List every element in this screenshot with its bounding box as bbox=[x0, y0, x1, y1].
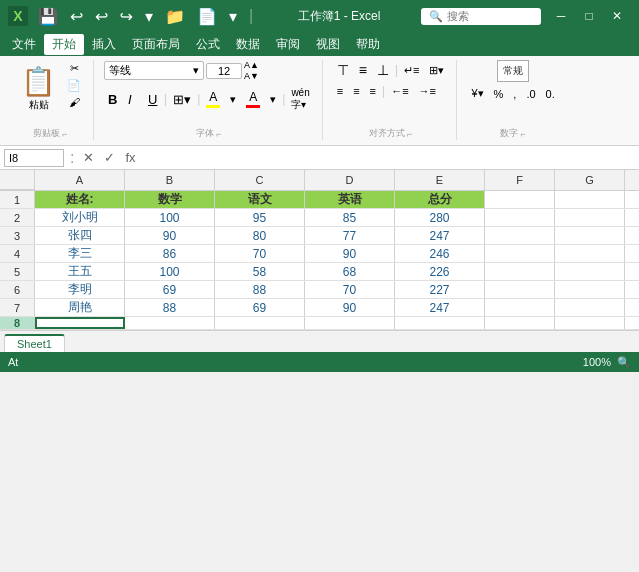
wrap-text-button[interactable]: wén字▾ bbox=[287, 85, 313, 114]
cell-g5[interactable] bbox=[555, 263, 625, 280]
cell-d6[interactable]: 70 bbox=[305, 281, 395, 298]
more-icon[interactable]: ▾ bbox=[141, 5, 157, 28]
cell-d8[interactable] bbox=[305, 317, 395, 329]
cell-e7[interactable]: 247 bbox=[395, 299, 485, 316]
filenew-icon[interactable]: 📄 bbox=[193, 5, 221, 28]
font-size-up-icon[interactable]: A▲ bbox=[244, 60, 259, 71]
cell-a4[interactable]: 李三 bbox=[35, 245, 125, 262]
font-color-button[interactable]: A bbox=[242, 88, 264, 110]
cell-f2[interactable] bbox=[485, 209, 555, 226]
redo-icon[interactable]: ↩ bbox=[116, 5, 137, 28]
align-expand-icon[interactable]: ⌐ bbox=[407, 129, 412, 139]
minimize-button[interactable]: ─ bbox=[547, 2, 575, 30]
align-middle-button[interactable]: ≡ bbox=[355, 60, 371, 80]
cell-b4[interactable]: 86 bbox=[125, 245, 215, 262]
cell-d4[interactable]: 90 bbox=[305, 245, 395, 262]
align-top-button[interactable]: ⊤ bbox=[333, 60, 353, 80]
underline-button[interactable]: U bbox=[144, 90, 162, 109]
cell-g7[interactable] bbox=[555, 299, 625, 316]
align-right-button[interactable]: ≡ bbox=[366, 83, 380, 99]
col-header-c[interactable]: C bbox=[215, 170, 305, 190]
cell-e1[interactable]: 总分 bbox=[395, 191, 485, 208]
col-header-e[interactable]: E bbox=[395, 170, 485, 190]
cell-e5[interactable]: 226 bbox=[395, 263, 485, 280]
cell-g4[interactable] bbox=[555, 245, 625, 262]
font-size-down-icon[interactable]: A▼ bbox=[244, 71, 259, 82]
border-button[interactable]: ⊞▾ bbox=[169, 90, 195, 109]
col-header-b[interactable]: B bbox=[125, 170, 215, 190]
merge-button[interactable]: ⊞▾ bbox=[425, 62, 448, 79]
cut-button[interactable]: ✂ bbox=[66, 60, 83, 77]
menu-help[interactable]: 帮助 bbox=[348, 34, 388, 55]
cell-b3[interactable]: 90 bbox=[125, 227, 215, 244]
cell-f8[interactable] bbox=[485, 317, 555, 329]
clipboard-expand-icon[interactable]: ⌐ bbox=[62, 129, 67, 139]
col-header-g[interactable]: G bbox=[555, 170, 625, 190]
cell-a2[interactable]: 刘小明 bbox=[35, 209, 125, 226]
cell-b7[interactable]: 88 bbox=[125, 299, 215, 316]
search-box[interactable]: 🔍 bbox=[421, 8, 541, 25]
font-color-dropdown[interactable]: ▾ bbox=[266, 91, 280, 108]
close-button[interactable]: ✕ bbox=[603, 2, 631, 30]
row-header-1[interactable]: 1 bbox=[0, 191, 35, 208]
name-box[interactable]: I8 bbox=[4, 149, 64, 167]
open-icon[interactable]: 📁 bbox=[161, 5, 189, 28]
row-header-8[interactable]: 8 bbox=[0, 317, 35, 329]
row-header-2[interactable]: 2 bbox=[0, 209, 35, 226]
cell-e2[interactable]: 280 bbox=[395, 209, 485, 226]
formula-confirm-icon[interactable]: ✓ bbox=[101, 149, 118, 166]
col-header-f[interactable]: F bbox=[485, 170, 555, 190]
row-header-3[interactable]: 3 bbox=[0, 227, 35, 244]
font-name-box[interactable]: 等线 ▾ bbox=[104, 61, 204, 80]
cell-b2[interactable]: 100 bbox=[125, 209, 215, 226]
indent-decrease-button[interactable]: ←≡ bbox=[387, 83, 412, 99]
menu-page-layout[interactable]: 页面布局 bbox=[124, 34, 188, 55]
cell-f4[interactable] bbox=[485, 245, 555, 262]
cell-b8[interactable] bbox=[125, 317, 215, 329]
decimal-decrease-button[interactable]: 0. bbox=[542, 86, 559, 102]
row-header-6[interactable]: 6 bbox=[0, 281, 35, 298]
row-header-7[interactable]: 7 bbox=[0, 299, 35, 316]
menu-review[interactable]: 审阅 bbox=[268, 34, 308, 55]
cell-a6[interactable]: 李明 bbox=[35, 281, 125, 298]
cell-b6[interactable]: 69 bbox=[125, 281, 215, 298]
indent-increase-button[interactable]: →≡ bbox=[415, 83, 440, 99]
menu-insert[interactable]: 插入 bbox=[84, 34, 124, 55]
comma-button[interactable]: , bbox=[509, 86, 520, 102]
row-header-5[interactable]: 5 bbox=[0, 263, 35, 280]
col-header-d[interactable]: D bbox=[305, 170, 395, 190]
save-icon[interactable]: 💾 bbox=[34, 5, 62, 28]
menu-data[interactable]: 数据 bbox=[228, 34, 268, 55]
menu-home[interactable]: 开始 bbox=[44, 34, 84, 55]
sheet-tab-1[interactable]: Sheet1 bbox=[4, 334, 65, 352]
cell-f3[interactable] bbox=[485, 227, 555, 244]
cell-a3[interactable]: 张四 bbox=[35, 227, 125, 244]
fill-color-button[interactable]: A bbox=[202, 88, 224, 110]
more2-icon[interactable]: ▾ bbox=[225, 5, 241, 28]
cell-c5[interactable]: 58 bbox=[215, 263, 305, 280]
cell-c7[interactable]: 69 bbox=[215, 299, 305, 316]
italic-button[interactable]: I bbox=[124, 90, 142, 109]
search-input[interactable] bbox=[447, 10, 537, 22]
cell-e8[interactable] bbox=[395, 317, 485, 329]
percent-button[interactable]: % bbox=[490, 86, 508, 102]
cell-c2[interactable]: 95 bbox=[215, 209, 305, 226]
formula-input[interactable] bbox=[143, 149, 635, 167]
cell-f5[interactable] bbox=[485, 263, 555, 280]
cell-c6[interactable]: 88 bbox=[215, 281, 305, 298]
font-size-box[interactable]: 12 bbox=[206, 63, 242, 79]
cell-a1[interactable]: 姓名: bbox=[35, 191, 125, 208]
undo2-icon[interactable]: ↩ bbox=[91, 5, 112, 28]
select-all-button[interactable] bbox=[0, 170, 35, 190]
cell-a8[interactable] bbox=[35, 317, 125, 329]
cell-c4[interactable]: 70 bbox=[215, 245, 305, 262]
cell-f7[interactable] bbox=[485, 299, 555, 316]
cell-g1[interactable] bbox=[555, 191, 625, 208]
menu-view[interactable]: 视图 bbox=[308, 34, 348, 55]
formula-insert-fn-icon[interactable]: fx bbox=[122, 149, 138, 166]
align-left-button[interactable]: ≡ bbox=[333, 83, 347, 99]
cell-e6[interactable]: 227 bbox=[395, 281, 485, 298]
number-expand-icon[interactable]: ⌐ bbox=[520, 129, 525, 139]
menu-file[interactable]: 文件 bbox=[4, 34, 44, 55]
cell-c3[interactable]: 80 bbox=[215, 227, 305, 244]
